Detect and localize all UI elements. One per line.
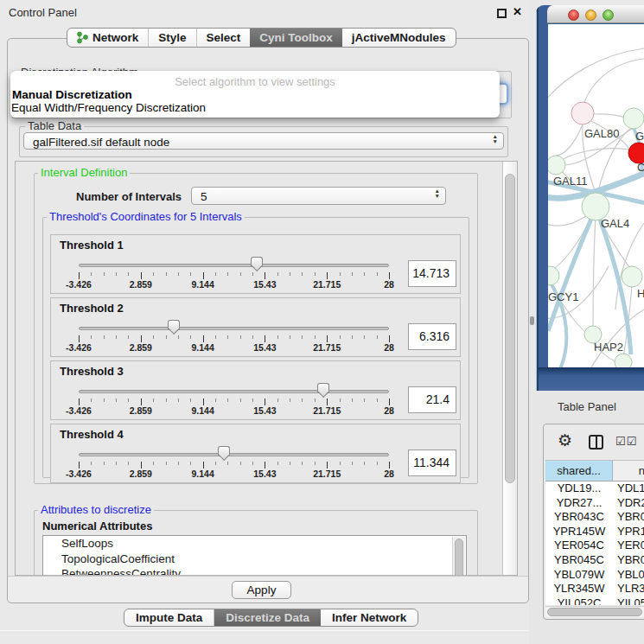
tab-style[interactable]: Style <box>149 29 196 47</box>
threshold-value-field[interactable]: 11.344 <box>408 450 456 476</box>
slider-scale: -3.4262.8599.14415.4321.71528 <box>79 469 390 479</box>
slider-thumb[interactable] <box>317 383 329 392</box>
float-window-icon[interactable] <box>497 9 507 18</box>
minimize-traffic-light[interactable] <box>585 10 596 21</box>
attribute-list-item[interactable]: TopologicalCoefficient <box>43 552 466 567</box>
table-row[interactable]: YIL052CYIL052C <box>545 596 644 605</box>
table-row[interactable]: YLR345WYLR345W <box>545 582 644 596</box>
tab-network[interactable]: Network <box>67 29 149 47</box>
tab-jactivemnodules[interactable]: jActiveMNodules <box>342 29 456 47</box>
scale-label: 15.43 <box>253 405 276 416</box>
table-row[interactable]: YPR145WYPR145W <box>545 525 644 539</box>
dropdown-item-manual-discretization[interactable]: Manual Discretization <box>12 88 132 101</box>
table-cell: YBR045C <box>613 553 644 568</box>
table-row[interactable]: YER054CYER054C <box>545 539 644 553</box>
slider-ticks <box>79 335 390 342</box>
panel-divider <box>0 630 535 631</box>
slider-ticks <box>79 462 390 469</box>
number-of-intervals-value: 5 <box>201 190 207 203</box>
tab-cyni-toolbox[interactable]: Cyni Toolbox <box>250 29 342 47</box>
threshold-value-field[interactable]: 21.4 <box>408 386 456 413</box>
table-cell: YBR045C <box>545 553 613 568</box>
table-data-combobox[interactable]: galFiltered.sif default node ▲▼ <box>23 132 504 150</box>
control-panel-tabs: NetworkStyleSelectCyni ToolboxjActiveMNo… <box>67 28 456 48</box>
column-checkboxes-icon[interactable]: ☑☑ <box>615 435 637 448</box>
table-data-combobox-value: galFiltered.sif default node <box>33 136 169 149</box>
table-row[interactable]: YBL079WYBL079W <box>545 568 644 583</box>
number-of-intervals-combobox[interactable]: 5 ▲▼ <box>191 187 446 205</box>
split-view-icon[interactable] <box>589 435 603 450</box>
settings-scroll-viewport: Interval Definition Number of Intervals … <box>15 161 518 576</box>
table-row[interactable]: YBR043CYBR043C <box>545 510 644 525</box>
table-cell: YDL19... <box>613 481 644 496</box>
dropdown-item-equal-width-frequency[interactable]: Equal Width/Frequency Discretization <box>11 101 206 114</box>
network-node-label: HAP2 <box>594 341 623 354</box>
slider-track[interactable] <box>79 327 389 330</box>
slider-thumb[interactable] <box>168 320 180 329</box>
interval-definition-group-title: Interval Definition <box>38 167 130 178</box>
slider-ticks <box>79 272 390 279</box>
tab-select[interactable]: Select <box>197 29 251 47</box>
slider-track[interactable] <box>79 390 389 393</box>
network-canvas[interactable]: GAL80GAL7CGAL11GAL4GCY1HHAP2 <box>548 24 644 367</box>
network-view-window: GAL80GAL7CGAL11GAL4GCY1HHAP2 <box>536 5 644 391</box>
table-cell: YLR345W <box>545 582 613 596</box>
tab-label: Select <box>207 31 241 44</box>
table-horizontal-scrollbar[interactable] <box>545 606 644 617</box>
tab-infer-network[interactable]: Infer Network <box>321 609 418 626</box>
network-node-label: C <box>637 161 644 174</box>
table-cell: YBR043C <box>545 510 613 525</box>
scale-label: 15.43 <box>253 279 276 290</box>
attribute-list-item[interactable]: SelfLoops <box>43 536 466 552</box>
threshold-panel-2: Threshold 2-3.4262.8599.14415.4321.71528… <box>50 297 461 357</box>
network-node[interactable] <box>548 156 565 175</box>
attributes-group-title: Attributes to discretize <box>38 504 154 515</box>
close-icon[interactable]: ✕ <box>513 5 522 18</box>
column-header-shared-[interactable]: shared... <box>545 460 613 481</box>
table-row[interactable]: YDR27...YDR27... <box>545 496 644 511</box>
scale-label: -3.426 <box>66 405 92 416</box>
table-cell: YLR345W <box>613 582 644 596</box>
slider-track[interactable] <box>79 453 389 456</box>
network-node[interactable] <box>622 266 642 287</box>
network-node[interactable] <box>615 354 632 367</box>
control-panel-title: Control Panel <box>9 6 77 19</box>
slider-scale: -3.4262.8599.14415.4321.71528 <box>79 279 390 290</box>
network-window-titlebar[interactable] <box>547 5 644 23</box>
threshold-value-field[interactable]: 14.713 <box>408 260 456 287</box>
splitter-handle[interactable] <box>530 316 534 325</box>
attributes-list-scrollbar[interactable] <box>452 537 465 576</box>
table-row[interactable]: YBR045CYBR045C <box>545 553 644 568</box>
table-cell: YDR27... <box>545 496 613 511</box>
scale-label: 2.859 <box>130 469 152 479</box>
tab-label: Cyni Toolbox <box>259 31 333 44</box>
slider-track[interactable] <box>79 264 389 267</box>
column-header-name[interactable]: name <box>613 460 644 481</box>
slider-scale: -3.4262.8599.14415.4321.71528 <box>79 405 390 416</box>
tab-impute-data[interactable]: Impute Data <box>124 609 214 626</box>
network-node[interactable] <box>548 266 559 285</box>
dropdown-placeholder-item[interactable]: Select algorithm to view settings <box>10 75 500 88</box>
scale-label: -3.426 <box>66 342 92 353</box>
zoom-traffic-light[interactable] <box>603 10 614 21</box>
threshold-label: Threshold 2 <box>60 302 124 315</box>
table-rows: YDL19...YDL19...YDR27...YDR27...YBR043CY… <box>545 481 644 605</box>
network-edge <box>556 149 628 165</box>
table-cell: YPR145W <box>545 525 613 539</box>
slider-thumb[interactable] <box>251 257 263 266</box>
threshold-value-field[interactable]: 6.316 <box>408 323 456 350</box>
table-row[interactable]: YDL19...YDL19... <box>545 481 644 496</box>
attribute-list-item[interactable]: BetweennessCentrality <box>43 566 466 576</box>
combobox-stepper-icon: ▲▼ <box>493 134 498 144</box>
slider-thumb[interactable] <box>218 446 230 456</box>
close-traffic-light[interactable] <box>568 10 579 21</box>
network-node[interactable] <box>623 108 644 129</box>
tab-discretize-data[interactable]: Discretize Data <box>214 609 321 626</box>
network-node[interactable] <box>571 102 594 124</box>
threshold-label: Threshold 4 <box>60 428 124 441</box>
table-cell: YER054C <box>613 539 644 553</box>
settings-scrollbar[interactable] <box>502 162 517 576</box>
apply-button[interactable]: Apply <box>232 581 291 599</box>
gear-icon[interactable]: ⚙ <box>558 432 572 449</box>
scale-label: 2.859 <box>130 279 152 290</box>
